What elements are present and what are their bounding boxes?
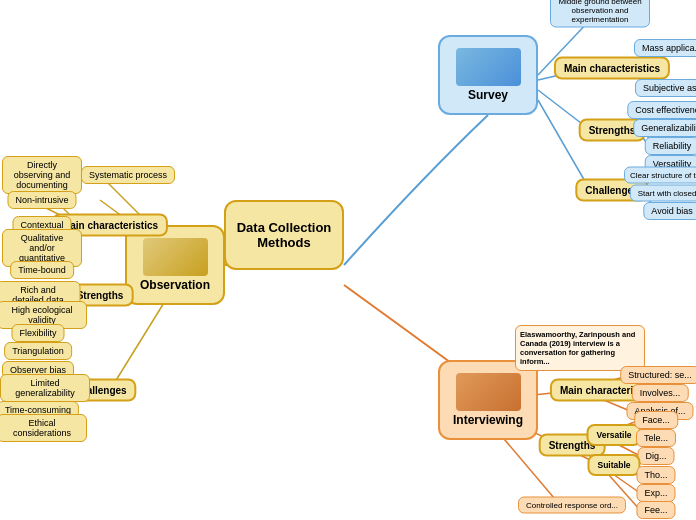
obs-str-4: Triangulation: [4, 342, 72, 360]
int-suit-1: Tho...: [636, 466, 675, 484]
survey-str-text: Strengths: [589, 125, 636, 136]
interviewing-desc: Elaswamoorthy, Zarinpoush and Canada (20…: [515, 325, 645, 371]
int-char-2-text: Involves...: [640, 388, 681, 398]
int-suit-2: Exp...: [636, 484, 675, 502]
int-suitable-text: Suitable: [597, 460, 630, 470]
obs-char-1: Systematic process: [81, 166, 175, 184]
interviewing-image: [456, 373, 521, 411]
int-char-1-text: Structured: se...: [628, 370, 692, 380]
int-ver-2: Tele...: [636, 429, 676, 447]
obs-char-2-text: Non-intrusive: [15, 195, 68, 205]
obs-str-4-text: Triangulation: [12, 346, 64, 356]
int-suit-1-text: Tho...: [644, 470, 667, 480]
obs-char-1-text: Systematic process: [89, 170, 167, 180]
s-str-1-text: Cost effectiveness: [635, 105, 696, 115]
obs-chal-lim-text: Limited generalizability: [8, 378, 82, 398]
s-chal-1-text: Clear structure of the q...: [630, 171, 696, 180]
s-char-1-text: Mass applica...: [642, 43, 696, 53]
obs-char-5-text: Time-bound: [18, 265, 66, 275]
int-desc-text: Elaswamoorthy, Zarinpoush and Canada (20…: [520, 330, 640, 366]
survey-str-1: Cost effectiveness: [627, 101, 696, 119]
obs-char-0-text: Directly observing and documenting: [10, 160, 74, 190]
obs-char-5: Time-bound: [10, 261, 74, 279]
interviewing-label: Interviewing: [453, 413, 523, 427]
observation-node[interactable]: Observation: [125, 225, 225, 305]
obs-char-0: Directly observing and documenting: [2, 156, 82, 194]
int-ver-1-text: Face...: [642, 415, 670, 425]
int-versatile-label: Versatile: [587, 424, 642, 446]
int-controlled: Controlled response ord...: [518, 497, 626, 514]
s-str-3-text: Reliability: [653, 141, 692, 151]
survey-char-2: Subjective asp...: [635, 79, 696, 97]
survey-str-3: Reliability: [645, 137, 696, 155]
central-node: Data Collection Methods: [224, 200, 344, 270]
int-suit-2-text: Exp...: [644, 488, 667, 498]
int-suitable-label: Suitable: [587, 454, 640, 476]
survey-image: [456, 48, 521, 86]
survey-node[interactable]: Survey: [438, 35, 538, 115]
s-chal-2-text: Start with closed-e...: [638, 189, 696, 198]
int-chal-text: Controlled response ord...: [526, 501, 618, 510]
int-ver-2-text: Tele...: [644, 433, 668, 443]
int-suit-3-text: Fee...: [644, 505, 667, 515]
obs-str-3-text: Flexibility: [19, 328, 56, 338]
survey-chal-3: Avoid bias: [643, 202, 696, 220]
survey-chal-2: Start with closed-e...: [630, 185, 696, 202]
svg-line-9: [538, 100, 590, 190]
obs-chal-2: Ethical considerations: [0, 414, 87, 442]
obs-chal-lim: Limited generalizability: [0, 374, 90, 402]
s-char-2-text: Subjective asp...: [643, 83, 696, 93]
int-ver-1: Face...: [634, 411, 678, 429]
int-char-2: Involves...: [632, 384, 689, 402]
survey-str-2: Generalizability: [633, 119, 696, 137]
int-char-1: Structured: se...: [620, 366, 696, 384]
int-ver-3-text: Dig...: [645, 451, 666, 461]
observation-label: Observation: [140, 278, 210, 292]
obs-chal-2-text: Ethical considerations: [5, 418, 79, 438]
survey-chal-1: Clear structure of the q...: [624, 167, 696, 184]
interviewing-node[interactable]: Interviewing: [438, 360, 538, 440]
int-versatile-text: Versatile: [597, 430, 632, 440]
s-str-2-text: Generalizability: [641, 123, 696, 133]
survey-label: Survey: [468, 88, 508, 102]
s-chal-3-text: Avoid bias: [651, 206, 692, 216]
survey-char-label: Main characteristics: [554, 57, 670, 80]
survey-char-1: Mass applica...: [634, 39, 696, 57]
survey-desc: Middle ground between observation and ex…: [550, 0, 650, 28]
obs-char-4-text: Qualitative and/or quantitative: [10, 233, 74, 263]
int-suit-3: Fee...: [636, 501, 675, 519]
survey-desc-text: Middle ground between observation and ex…: [558, 0, 642, 24]
survey-char-text: Main characteristics: [564, 63, 660, 74]
observation-image: [143, 238, 208, 276]
obs-str-2-text: High ecological validity: [5, 305, 79, 325]
central-label: Data Collection Methods: [226, 220, 342, 250]
obs-char-2: Non-intrusive: [7, 191, 76, 209]
obs-str-3: Flexibility: [11, 324, 64, 342]
obs-str-label-text: Strengths: [77, 290, 124, 301]
int-ver-3: Dig...: [637, 447, 674, 465]
